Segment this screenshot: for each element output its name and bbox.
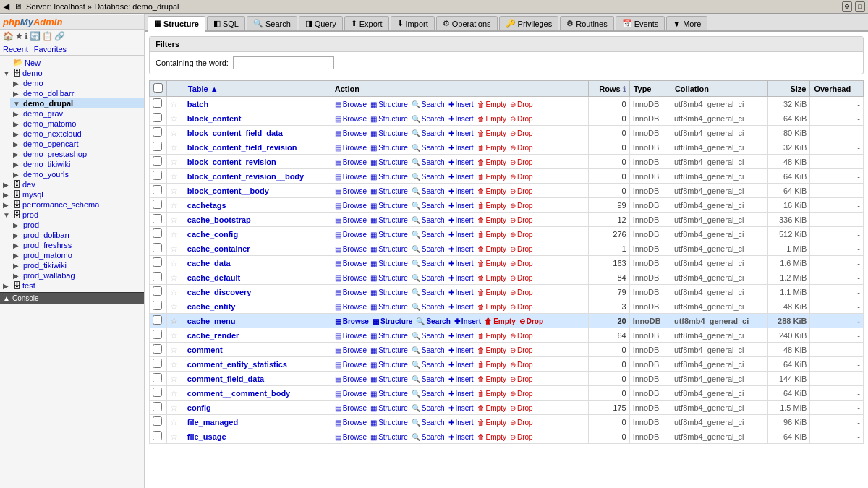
drop-link[interactable]: ⊖ Drop xyxy=(510,404,533,412)
insert-link[interactable]: ✚ Insert xyxy=(454,317,481,325)
copy-icon[interactable]: 📋 xyxy=(42,31,53,41)
browse-link[interactable]: ▤ Browse xyxy=(335,390,367,398)
drop-link[interactable]: ⊖ Drop xyxy=(519,317,543,325)
browse-link[interactable]: ▤ Browse xyxy=(335,260,367,267)
search-link[interactable]: 🔍 Search xyxy=(412,173,445,181)
structure-link[interactable]: ▦ Structure xyxy=(373,317,412,325)
empty-link[interactable]: 🗑 Empty xyxy=(477,433,506,441)
tab-more[interactable]: ▼ More xyxy=(666,16,707,30)
sidebar-item-demo-yourls[interactable]: ▶ demo_yourls xyxy=(10,169,144,179)
empty-link[interactable]: 🗑 Empty xyxy=(477,173,506,181)
row-checkbox[interactable] xyxy=(153,402,162,411)
table-name-link[interactable]: config xyxy=(187,403,211,412)
structure-link[interactable]: ▦ Structure xyxy=(370,404,408,412)
table-name-link[interactable]: batch xyxy=(187,100,208,108)
empty-link[interactable]: 🗑 Empty xyxy=(477,115,506,123)
star-toggle[interactable]: ☆ xyxy=(170,345,178,355)
sidebar-item-prod[interactable]: ▶ prod xyxy=(10,220,144,230)
drop-link[interactable]: ⊖ Drop xyxy=(510,173,533,181)
search-link[interactable]: 🔍 Search xyxy=(412,245,445,253)
star-toggle[interactable]: ☆ xyxy=(170,301,178,312)
drop-link[interactable]: ⊖ Drop xyxy=(510,361,533,369)
sidebar-item-demo-group[interactable]: ▼ 🗄 demo xyxy=(0,68,144,78)
structure-link[interactable]: ▦ Structure xyxy=(370,419,408,427)
insert-link[interactable]: ✚ Insert xyxy=(448,404,474,412)
search-link[interactable]: 🔍 Search xyxy=(412,404,445,412)
structure-link[interactable]: ▦ Structure xyxy=(370,202,408,210)
structure-link[interactable]: ▦ Structure xyxy=(370,129,408,137)
drop-link[interactable]: ⊖ Drop xyxy=(510,216,533,224)
star-toggle[interactable]: ☆ xyxy=(170,244,178,254)
empty-link[interactable]: 🗑 Empty xyxy=(477,361,506,369)
table-name-link[interactable]: block_content_revision xyxy=(187,158,276,166)
insert-link[interactable]: ✚ Insert xyxy=(448,216,474,224)
search-link[interactable]: 🔍 Search xyxy=(412,100,445,108)
filters-input[interactable] xyxy=(233,56,334,69)
star-toggle[interactable]: ☆ xyxy=(170,330,178,341)
browse-link[interactable]: ▤ Browse xyxy=(335,202,367,210)
row-checkbox[interactable] xyxy=(153,171,162,180)
insert-link[interactable]: ✚ Insert xyxy=(448,144,474,152)
empty-link[interactable]: 🗑 Empty xyxy=(477,404,506,412)
table-name-link[interactable]: comment_entity_statistics xyxy=(187,360,287,369)
table-name-link[interactable]: file_usage xyxy=(187,432,226,441)
browse-link[interactable]: ▤ Browse xyxy=(335,332,367,340)
browse-link[interactable]: ▤ Browse xyxy=(335,158,367,166)
row-checkbox[interactable] xyxy=(153,330,162,339)
structure-link[interactable]: ▦ Structure xyxy=(370,332,408,340)
search-link[interactable]: 🔍 Search xyxy=(412,115,445,123)
structure-link[interactable]: ▦ Structure xyxy=(370,260,408,267)
search-link[interactable]: 🔍 Search xyxy=(412,303,445,311)
table-name-link[interactable]: cachetags xyxy=(187,201,226,210)
browse-link[interactable]: ▤ Browse xyxy=(335,231,367,239)
structure-link[interactable]: ▦ Structure xyxy=(370,144,408,152)
settings-button[interactable]: ⚙ xyxy=(842,1,852,12)
search-link[interactable]: 🔍 Search xyxy=(416,317,450,325)
table-name-link[interactable]: cache_data xyxy=(187,259,231,267)
link-icon[interactable]: 🔗 xyxy=(54,31,65,41)
sidebar-item-mysql[interactable]: ▶ 🗄 mysql xyxy=(0,189,144,200)
structure-link[interactable]: ▦ Structure xyxy=(370,115,408,123)
insert-link[interactable]: ✚ Insert xyxy=(448,158,474,166)
drop-link[interactable]: ⊖ Drop xyxy=(510,288,533,296)
empty-link[interactable]: 🗑 Empty xyxy=(477,288,506,296)
browse-link[interactable]: ▤ Browse xyxy=(335,361,367,369)
row-checkbox[interactable] xyxy=(153,286,162,296)
star-icon[interactable]: ★ xyxy=(15,31,23,41)
tab-query[interactable]: ◨ Query xyxy=(299,16,343,30)
insert-link[interactable]: ✚ Insert xyxy=(448,274,474,282)
table-name-link[interactable]: block_content_field_revision xyxy=(187,143,297,152)
empty-link[interactable]: 🗑 Empty xyxy=(477,158,506,166)
empty-link[interactable]: 🗑 Empty xyxy=(477,245,506,253)
search-link[interactable]: 🔍 Search xyxy=(412,288,445,296)
table-name-link[interactable]: cache_container xyxy=(187,244,250,253)
browse-link[interactable]: ▤ Browse xyxy=(335,419,367,427)
browse-link[interactable]: ▤ Browse xyxy=(335,216,367,224)
insert-link[interactable]: ✚ Insert xyxy=(448,260,474,267)
insert-link[interactable]: ✚ Insert xyxy=(448,100,474,108)
tab-routines[interactable]: ⚙ Routines xyxy=(560,16,613,30)
structure-link[interactable]: ▦ Structure xyxy=(370,158,408,166)
row-checkbox[interactable] xyxy=(153,113,162,122)
tab-events[interactable]: 📅 Events xyxy=(616,16,665,30)
browse-link[interactable]: ▤ Browse xyxy=(335,433,367,441)
star-toggle[interactable]: ☆ xyxy=(170,273,178,283)
browse-link[interactable]: ▤ Browse xyxy=(335,317,369,325)
insert-link[interactable]: ✚ Insert xyxy=(448,361,474,369)
row-checkbox[interactable] xyxy=(153,243,162,252)
drop-link[interactable]: ⊖ Drop xyxy=(510,390,533,398)
tab-search[interactable]: 🔍 Search xyxy=(247,16,297,30)
table-name-link[interactable]: cache_config xyxy=(187,230,238,239)
drop-link[interactable]: ⊖ Drop xyxy=(510,202,533,210)
star-toggle[interactable]: ☆ xyxy=(170,215,178,225)
star-toggle[interactable]: ☆ xyxy=(170,432,178,442)
drop-link[interactable]: ⊖ Drop xyxy=(510,187,533,195)
sidebar-item-prod-wallabag[interactable]: ▶ prod_wallabag xyxy=(10,270,144,281)
empty-link[interactable]: 🗑 Empty xyxy=(477,390,506,398)
table-name-link[interactable]: comment_field_data xyxy=(187,374,264,383)
structure-link[interactable]: ▦ Structure xyxy=(370,288,408,296)
search-link[interactable]: 🔍 Search xyxy=(412,361,445,369)
insert-link[interactable]: ✚ Insert xyxy=(448,115,474,123)
structure-link[interactable]: ▦ Structure xyxy=(370,303,408,311)
new-label[interactable]: New xyxy=(25,59,41,67)
